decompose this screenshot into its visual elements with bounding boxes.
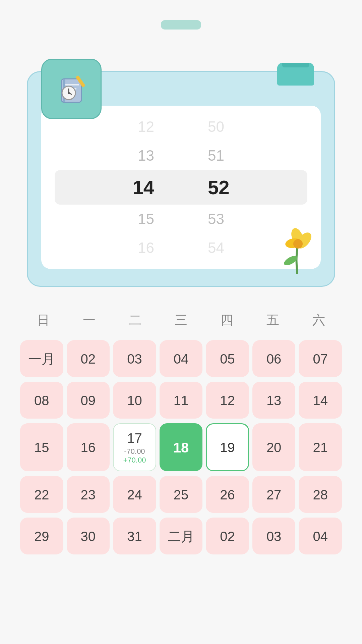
picker-left: 15 bbox=[138, 211, 154, 227]
picker-left: 12 bbox=[138, 118, 154, 135]
day-number: 21 bbox=[313, 440, 328, 455]
calendar-day[interactable]: 30 bbox=[67, 518, 110, 554]
picker-row[interactable]: 1351 bbox=[55, 141, 307, 170]
day-number: 19 bbox=[220, 440, 235, 455]
day-number: 17 bbox=[127, 431, 142, 446]
calendar-day[interactable]: 11 bbox=[160, 382, 203, 419]
picker-right: 53 bbox=[208, 211, 224, 227]
calendar-day[interactable]: 13 bbox=[252, 382, 296, 419]
weekday-label: 二 bbox=[112, 307, 158, 333]
title-badge bbox=[161, 20, 201, 30]
day-number: 03 bbox=[266, 529, 282, 544]
app-icon bbox=[41, 59, 102, 119]
day-number: 23 bbox=[81, 487, 96, 502]
day-number: 24 bbox=[127, 487, 142, 502]
picker-row[interactable]: 1654 bbox=[55, 233, 307, 262]
day-number: 30 bbox=[81, 529, 96, 544]
day-number: 29 bbox=[34, 529, 49, 544]
calendar-day[interactable]: 二月 bbox=[160, 518, 203, 554]
day-number: 04 bbox=[313, 529, 328, 544]
day-number: 05 bbox=[220, 352, 235, 367]
calendar-day[interactable]: 29 bbox=[20, 518, 63, 554]
day-number: 11 bbox=[174, 393, 189, 408]
picker-card: 12501351145215531654 bbox=[27, 71, 335, 287]
picker-row[interactable]: 1250 bbox=[55, 112, 307, 141]
calendar-day[interactable]: 16 bbox=[67, 423, 110, 471]
day-number: 08 bbox=[34, 393, 49, 408]
day-number: 22 bbox=[34, 487, 49, 502]
calendar-day[interactable]: 12 bbox=[206, 382, 249, 419]
calendar-day[interactable]: 26 bbox=[206, 476, 249, 513]
flower-decoration bbox=[277, 220, 317, 279]
calendar-day[interactable]: 28 bbox=[299, 476, 342, 513]
day-number: 25 bbox=[174, 487, 189, 502]
day-number: 09 bbox=[81, 393, 96, 408]
day-number: 一月 bbox=[28, 350, 55, 368]
weekday-label: 五 bbox=[250, 307, 296, 333]
calendar-day[interactable]: 06 bbox=[252, 340, 296, 377]
day-number: 02 bbox=[81, 352, 96, 367]
calendar-day[interactable]: 21 bbox=[299, 423, 342, 471]
calendar-day[interactable]: 27 bbox=[252, 476, 296, 513]
picker-right: 54 bbox=[208, 239, 224, 256]
calendar-day[interactable]: 18 bbox=[160, 423, 203, 471]
weekday-label: 六 bbox=[296, 307, 342, 333]
calendar-day[interactable]: 22 bbox=[20, 476, 63, 513]
picker-right: 52 bbox=[208, 176, 230, 199]
calendar-day[interactable]: 02 bbox=[206, 518, 249, 554]
calendar-day[interactable]: 17-70.00+70.00 bbox=[113, 423, 156, 471]
day-number: 26 bbox=[220, 487, 235, 502]
day-number: 10 bbox=[127, 393, 142, 408]
day-number: 14 bbox=[313, 393, 328, 408]
day-number: 28 bbox=[313, 487, 328, 502]
calendar-day[interactable]: 23 bbox=[67, 476, 110, 513]
day-number: 06 bbox=[266, 352, 282, 367]
calendar-day[interactable]: 05 bbox=[206, 340, 249, 377]
calendar-grid[interactable]: 一月02030405060708091011121314151617-70.00… bbox=[20, 340, 342, 554]
calendar-day[interactable]: 09 bbox=[67, 382, 110, 419]
day-number: 12 bbox=[220, 393, 235, 408]
picker-right: 50 bbox=[208, 118, 224, 135]
day-number: 16 bbox=[81, 440, 96, 455]
calendar-day[interactable]: 14 bbox=[299, 382, 342, 419]
phone-decoration bbox=[277, 63, 314, 86]
calendar-day[interactable]: 25 bbox=[160, 476, 203, 513]
day-number: 02 bbox=[220, 529, 235, 544]
calendar-day[interactable]: 10 bbox=[113, 382, 156, 419]
calendar-day[interactable]: 20 bbox=[252, 423, 296, 471]
svg-point-7 bbox=[68, 92, 70, 94]
day-number: 07 bbox=[313, 352, 328, 367]
day-number: 20 bbox=[266, 440, 282, 455]
calendar-day[interactable]: 03 bbox=[252, 518, 296, 554]
calendar-day[interactable]: 31 bbox=[113, 518, 156, 554]
calendar-day[interactable]: 04 bbox=[299, 518, 342, 554]
picker-left: 16 bbox=[138, 239, 154, 256]
day-number: 15 bbox=[34, 440, 49, 455]
header bbox=[0, 0, 362, 54]
calendar-day[interactable]: 03 bbox=[113, 340, 156, 377]
day-number: 13 bbox=[266, 393, 282, 408]
day-number: 31 bbox=[127, 529, 142, 544]
weekday-label: 三 bbox=[158, 307, 204, 333]
calendar-day[interactable]: 19 bbox=[206, 423, 249, 471]
picker-right: 51 bbox=[208, 147, 224, 164]
calendar-day[interactable]: 02 bbox=[67, 340, 110, 377]
calendar-day[interactable]: 08 bbox=[20, 382, 63, 419]
day-number: 18 bbox=[173, 440, 189, 456]
weekday-header: 日一二三四五六 bbox=[20, 307, 342, 333]
calendar-day[interactable]: 一月 bbox=[20, 340, 63, 377]
day-number: 二月 bbox=[168, 527, 194, 546]
calendar: 日一二三四五六 一月020304050607080910111213141516… bbox=[20, 307, 342, 581]
picker-row[interactable]: 1452 bbox=[55, 170, 307, 205]
day-number: 04 bbox=[174, 352, 189, 367]
calendar-day[interactable]: 04 bbox=[160, 340, 203, 377]
picker-left: 14 bbox=[132, 176, 154, 199]
day-number: 03 bbox=[127, 352, 142, 367]
picker-row[interactable]: 1553 bbox=[55, 205, 307, 233]
expense-amount: -70.00 bbox=[124, 447, 145, 456]
weekday-label: 四 bbox=[204, 307, 250, 333]
calendar-day[interactable]: 15 bbox=[20, 423, 63, 471]
weekday-label: 日 bbox=[20, 307, 66, 333]
calendar-day[interactable]: 24 bbox=[113, 476, 156, 513]
calendar-day[interactable]: 07 bbox=[299, 340, 342, 377]
